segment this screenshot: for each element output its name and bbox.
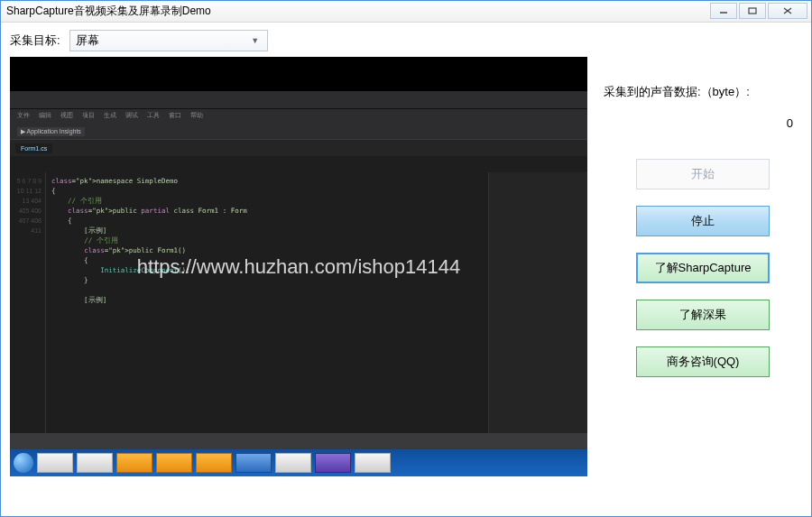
taskbar-item <box>235 453 272 473</box>
svg-rect-1 <box>749 8 756 14</box>
audio-data-count: 0 <box>604 116 802 130</box>
ide-body: 5 6 7 8 9 10 11 12 13 404 405 406 407 40… <box>10 172 587 433</box>
close-icon <box>783 7 792 14</box>
taskbar-item <box>37 453 73 473</box>
chevron-down-icon: ▼ <box>249 36 262 45</box>
ide-code: class="pk">namespace SimpleDemo { // 个引用… <box>46 172 488 433</box>
watermark-text: https://www.huzhan.com/ishop14144 <box>137 255 460 279</box>
ide-gutter: 5 6 7 8 9 10 11 12 13 404 405 406 407 40… <box>10 172 46 433</box>
taskbar-item <box>355 453 391 473</box>
stop-button[interactable]: 停止 <box>636 206 770 236</box>
window-title: SharpCapture音视频采集及屏幕录制Demo <box>6 4 708 19</box>
business-consult-button[interactable]: 商务咨询(QQ) <box>636 346 770 377</box>
learn-sharpcapture-button[interactable]: 了解SharpCapture <box>636 253 770 283</box>
capture-target-label: 采集目标: <box>10 32 60 49</box>
learn-shenguo-button[interactable]: 了解深果 <box>636 300 770 330</box>
taskbar-item <box>196 453 232 473</box>
ide-statusbar <box>10 433 587 449</box>
capture-target-row: 采集目标: 屏幕 ▼ <box>10 30 802 51</box>
taskbar-item <box>156 453 192 473</box>
capture-target-combo[interactable]: 屏幕 ▼ <box>69 30 268 51</box>
taskbar-item <box>116 453 152 473</box>
client-area: 采集目标: 屏幕 ▼ 文件编辑视图项目生成调试工具窗口帮助 ▶ Applicat… <box>1 23 811 516</box>
side-panel: 采集到的声音数据:（byte）: 0 开始 停止 了解SharpCapture … <box>604 57 802 507</box>
button-column: 开始 停止 了解SharpCapture 了解深果 商务咨询(QQ) <box>604 159 802 377</box>
ide-right-panel <box>488 172 587 433</box>
window-controls <box>708 3 807 21</box>
start-button: 开始 <box>636 159 770 189</box>
ide-tabrow: Form1.cs <box>10 140 587 156</box>
maximize-icon <box>748 7 757 14</box>
app-window: SharpCapture音视频采集及屏幕录制Demo 采集目标: 屏幕 ▼ <box>0 0 812 517</box>
close-button[interactable] <box>768 3 807 19</box>
content-row: 文件编辑视图项目生成调试工具窗口帮助 ▶ Application Insight… <box>10 57 802 507</box>
titlebar: SharpCapture音视频采集及屏幕录制Demo <box>1 1 811 23</box>
ide-toolbar: ▶ Application Insights <box>10 124 587 140</box>
taskbar-item <box>77 453 113 473</box>
capture-target-value: 屏幕 <box>76 32 249 49</box>
captured-taskbar <box>10 449 587 476</box>
ide-menubar: 文件编辑视图项目生成调试工具窗口帮助 <box>10 109 587 124</box>
maximize-button[interactable] <box>739 3 766 19</box>
audio-data-label: 采集到的声音数据:（byte）: <box>604 84 802 100</box>
screen-preview: 文件编辑视图项目生成调试工具窗口帮助 ▶ Application Insight… <box>10 57 587 476</box>
minimize-button[interactable] <box>710 3 737 19</box>
minimize-icon <box>719 7 728 14</box>
taskbar-item <box>315 453 351 473</box>
start-orb-icon <box>14 453 33 473</box>
taskbar-item <box>275 453 311 473</box>
ide-titlebar <box>10 91 587 109</box>
ide-tab: Form1.cs <box>15 143 52 153</box>
